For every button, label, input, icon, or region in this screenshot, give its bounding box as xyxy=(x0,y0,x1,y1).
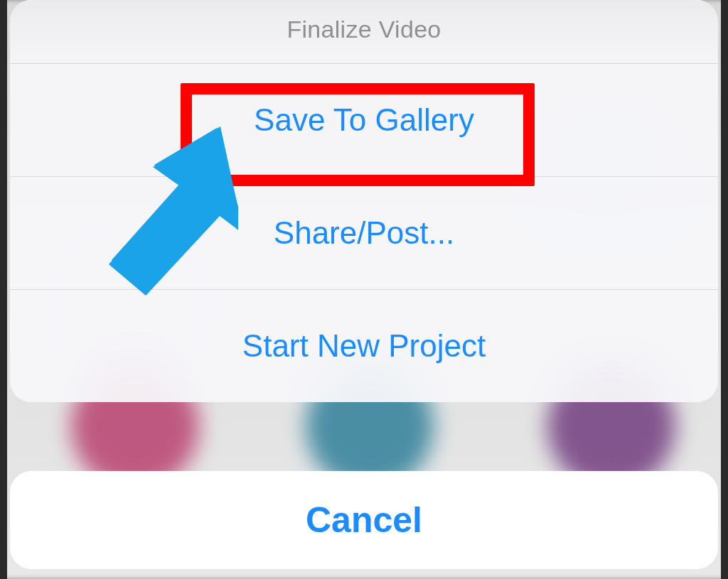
share-post-option[interactable]: Share/Post... xyxy=(10,177,718,290)
cancel-button-label: Cancel xyxy=(306,500,422,540)
device-frame-right xyxy=(721,0,728,579)
cancel-button[interactable]: Cancel xyxy=(10,471,718,569)
device-frame-left xyxy=(0,0,7,579)
start-new-project-option[interactable]: Start New Project xyxy=(10,290,718,402)
action-sheet-title: Finalize Video xyxy=(10,16,718,43)
save-to-gallery-option[interactable]: Save To Gallery xyxy=(10,64,718,177)
action-sheet: Finalize Video Save To Gallery Share/Pos… xyxy=(10,0,718,402)
action-sheet-header: Finalize Video xyxy=(10,0,718,64)
